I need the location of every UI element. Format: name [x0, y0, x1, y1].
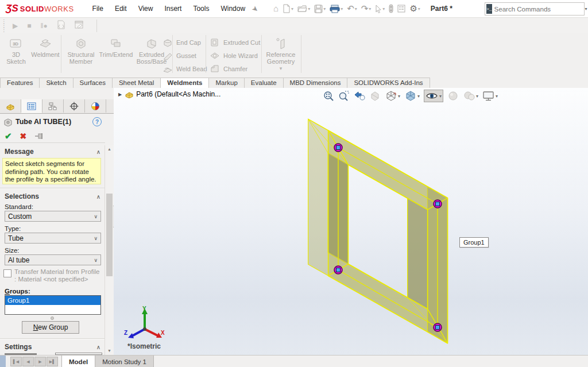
gusset-button[interactable]: Gusset — [163, 50, 196, 61]
redo-button[interactable]: ↷ ▾ — [361, 4, 372, 13]
help-icon[interactable]: ? — [92, 117, 102, 126]
cancel-button[interactable]: ✖ — [20, 132, 27, 141]
model-tab[interactable]: Model — [61, 356, 95, 367]
home-icon[interactable]: ⌂ — [273, 4, 278, 13]
tab-property-manager[interactable] — [21, 99, 42, 113]
structural-member-button[interactable]: Structural Member — [63, 36, 99, 65]
sketch-point-marker[interactable] — [434, 200, 442, 208]
run-macro-icon[interactable]: ▶ — [13, 22, 18, 30]
first-tab-button[interactable]: ▌◀ — [10, 357, 22, 366]
edit-macro-icon[interactable] — [75, 20, 84, 31]
tab-surfaces[interactable]: Surfaces — [74, 78, 113, 88]
stop-macro-icon[interactable]: ■ — [27, 22, 31, 30]
new-macro-icon[interactable] — [57, 20, 65, 31]
tab-sketch[interactable]: Sketch — [40, 78, 73, 88]
tab-solidworks-addins[interactable]: SOLIDWORKS Add-Ins — [347, 78, 430, 88]
print-button[interactable]: ▾ — [330, 5, 343, 13]
ok-button[interactable]: ✔ — [5, 131, 12, 141]
ds-logo-icon: ƷS — [6, 3, 18, 14]
scroll-down-icon[interactable]: ▼ — [105, 347, 114, 355]
trim-extend-button[interactable]: Trim/Extend — [99, 36, 133, 58]
select-button[interactable]: ▾ — [375, 5, 385, 13]
menu-pin-icon[interactable]: ➤ — [250, 3, 261, 14]
group-callout[interactable]: Group1 — [459, 237, 489, 248]
rebuild-icon — [389, 4, 393, 13]
menu-tools[interactable]: Tools — [187, 2, 215, 16]
search-input[interactable] — [492, 6, 585, 13]
chamfer-button[interactable]: Chamfer — [210, 63, 247, 75]
extruded-cut-button[interactable]: Extruded Cut — [210, 37, 260, 48]
menu-file[interactable]: File — [87, 2, 109, 16]
tab-configuration-manager[interactable] — [42, 99, 64, 113]
tube-frame-model[interactable] — [114, 88, 588, 355]
search-scope-caret[interactable]: ▾ — [585, 6, 587, 11]
standard-dropdown[interactable]: Custom ∨ — [5, 211, 101, 222]
document-title: Part6 * — [431, 5, 452, 13]
tab-weldments[interactable]: Weldments — [161, 78, 209, 89]
tab-markup[interactable]: Markup — [209, 78, 244, 88]
chevron-down-icon: ∨ — [94, 214, 100, 219]
tab-mbd-dimensions[interactable]: MBD Dimensions — [284, 78, 348, 88]
new-group-button[interactable]: New Group — [22, 321, 79, 334]
toolbar-grip-handle[interactable]: ⋮⋮⋮ — [1, 20, 5, 32]
scroll-up-icon[interactable]: ▲ — [105, 145, 114, 153]
search-commands-box[interactable]: >_ ▾ — [485, 2, 585, 16]
extruded-boss-base-icon — [145, 38, 158, 49]
reference-geometry-button[interactable]: Reference Geometry ▾ — [263, 36, 299, 72]
study-tab-navigation: ▌◀ ◀ ▶ ▶▌ — [10, 356, 58, 367]
tab-feature-manager-tree[interactable] — [0, 99, 21, 113]
group-list-item[interactable]: Group1 — [5, 296, 100, 305]
sketch-point-marker[interactable] — [434, 323, 442, 331]
scrollbar-thumb[interactable] — [106, 194, 113, 276]
motion-study-tab[interactable]: Motion Study 1 — [95, 356, 154, 367]
end-cap-button[interactable]: End Cap — [163, 37, 201, 48]
tab-sheet-metal[interactable]: Sheet Metal — [113, 78, 161, 88]
type-dropdown[interactable]: Tube ∨ — [5, 233, 101, 244]
collapse-selections-icon: ∧ — [96, 194, 100, 200]
sketch-point-marker[interactable] — [334, 144, 342, 152]
hole-wizard-button[interactable]: Hole Wizard — [210, 50, 258, 61]
weld-bead-button[interactable]: Weld Bead — [163, 63, 207, 75]
view-orientation-label: *Isometric — [127, 342, 161, 350]
menu-view[interactable]: View — [133, 2, 159, 16]
new-document-button[interactable]: ▾ — [283, 4, 293, 13]
left-panel-tabs — [0, 99, 114, 114]
sketch-point-marker[interactable] — [334, 266, 342, 274]
tab-scroll-corner[interactable] — [0, 356, 6, 367]
tab-evaluate[interactable]: Evaluate — [245, 78, 284, 88]
tab-display-manager[interactable] — [85, 99, 106, 113]
open-document-button[interactable]: ▾ — [297, 5, 310, 13]
selections-section-header[interactable]: Selections ∧ — [0, 191, 105, 202]
options-button[interactable]: ⚙ ▾ — [409, 4, 420, 13]
last-tab-button[interactable]: ▶▌ — [47, 357, 58, 366]
save-button[interactable]: ▾ — [314, 5, 326, 13]
size-dropdown[interactable]: Al tube ∨ — [5, 254, 101, 265]
reference-geometry-caret[interactable]: ▾ — [263, 65, 299, 72]
panel-scrollbar[interactable]: ▲ ▼ — [105, 145, 114, 355]
file-properties-button[interactable] — [397, 5, 405, 13]
pin-icon[interactable] — [34, 133, 45, 140]
groups-listbox[interactable]: Group1 — [5, 295, 101, 315]
graphics-viewport[interactable]: ▶ Part6 (Default<As Machin... ▾ — [114, 88, 588, 355]
tab-features[interactable]: Features — [0, 78, 40, 88]
undo-button[interactable]: ↶ ▾ — [347, 4, 357, 13]
listbox-resize-handle[interactable] — [51, 316, 54, 320]
message-section-header[interactable]: Message ∧ — [0, 146, 105, 157]
menu-edit[interactable]: Edit — [109, 2, 133, 16]
logo-solid-text: SOLID — [20, 5, 44, 13]
previous-tab-button[interactable]: ◀ — [22, 357, 34, 366]
next-tab-button[interactable]: ▶ — [34, 357, 46, 366]
dimxpert-icon — [69, 102, 79, 111]
groups-label: Groups: — [5, 288, 30, 295]
display-manager-icon — [91, 102, 100, 111]
tab-dimxpert-manager[interactable] — [64, 99, 85, 113]
transfer-material-checkbox[interactable] — [3, 269, 11, 277]
settings-section-header[interactable]: Settings ∧ — [0, 342, 105, 352]
main-area: Tube Al TUBE(1) ? ✔ ✖ Message ∧ Select s… — [0, 88, 588, 355]
3d-sketch-button[interactable]: 3D 3D Sketch — [2, 36, 30, 65]
pause-record-macro-icon[interactable]: ‖● — [40, 22, 47, 30]
menu-window[interactable]: Window — [215, 2, 251, 16]
rebuild-button[interactable] — [389, 4, 393, 13]
weldment-button[interactable]: Weldment — [30, 36, 61, 58]
menu-insert[interactable]: Insert — [158, 2, 187, 16]
